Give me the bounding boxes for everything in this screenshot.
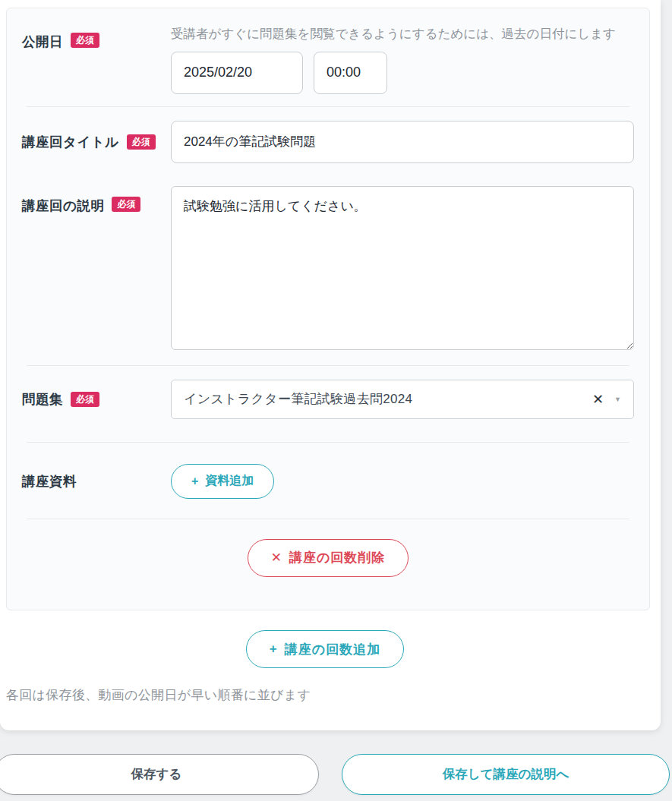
question-set-selected-value: インストラクター筆記試験過去問2024 <box>184 390 588 408</box>
required-badge: 必須 <box>112 197 140 212</box>
required-badge: 必須 <box>127 134 156 150</box>
required-badge: 必須 <box>71 33 99 48</box>
sort-order-footnote: 各回は保存後、動画の公開日が早い順番に並びます <box>6 686 661 704</box>
course-materials-row: 講座資料 + 資料追加 <box>22 464 634 499</box>
session-description-textarea[interactable]: 試験勉強に活用してください。 <box>171 186 634 350</box>
session-description-row: 講座回の説明 必須 試験勉強に活用してください。 <box>22 186 634 353</box>
session-title-row: 講座回タイトル 必須 <box>22 121 634 163</box>
publish-date-helper: 受講者がすぐに問題集を閲覧できるようにするためには、過去の日付にします <box>171 24 634 44</box>
question-set-label: 問題集 <box>22 390 63 408</box>
question-set-label-group: 問題集 必須 <box>22 390 171 408</box>
clear-icon[interactable]: ✕ <box>588 391 608 408</box>
add-session-row: + 講座の回数追加 <box>0 630 650 668</box>
session-title-control <box>171 121 634 163</box>
delete-session-label: 講座の回数削除 <box>289 549 385 566</box>
add-session-button[interactable]: + 講座の回数追加 <box>246 630 404 668</box>
session-description-label-group: 講座回の説明 必須 <box>22 186 171 353</box>
course-materials-label-group: 講座資料 <box>22 472 171 490</box>
delete-session-button[interactable]: ✕ 講座の回数削除 <box>248 539 409 577</box>
question-set-row: 問題集 必須 インストラクター筆記試験過去問2024 ✕ ▼ <box>22 380 634 419</box>
add-session-label: 講座の回数追加 <box>285 641 380 658</box>
session-title-label-group: 講座回タイトル 必須 <box>22 133 171 151</box>
chevron-down-icon[interactable]: ▼ <box>608 396 623 403</box>
question-set-control: インストラクター筆記試験過去問2024 ✕ ▼ <box>171 380 634 419</box>
divider <box>27 519 629 519</box>
publish-date-controls: 受講者がすぐに問題集を閲覧できるようにするためには、過去の日付にします <box>171 24 634 94</box>
session-title-input[interactable] <box>171 121 634 163</box>
course-materials-label: 講座資料 <box>22 472 77 490</box>
datetime-inputs <box>171 52 634 94</box>
publish-date-row: 公開日 必須 受講者がすぐに問題集を閲覧できるようにするためには、過去の日付にし… <box>22 24 634 94</box>
delete-session-row: ✕ 講座の回数削除 <box>22 539 634 577</box>
publish-date-input[interactable] <box>171 52 303 94</box>
cross-icon: ✕ <box>271 550 282 566</box>
save-and-next-button[interactable]: 保存して講座の説明へ <box>342 754 670 795</box>
session-description-label: 講座回の説明 <box>22 197 104 215</box>
publish-date-label: 公開日 <box>22 33 63 51</box>
form-panel: 公開日 必須 受講者がすぐに問題集を閲覧できるようにするためには、過去の日付にし… <box>0 0 661 730</box>
divider <box>27 442 629 443</box>
course-session-card: 公開日 必須 受講者がすぐに問題集を閲覧できるようにするためには、過去の日付にし… <box>6 8 650 610</box>
divider <box>27 106 629 107</box>
plus-icon: + <box>191 475 198 488</box>
divider <box>27 365 629 366</box>
publish-date-label-group: 公開日 必須 <box>22 24 171 94</box>
publish-time-input[interactable] <box>314 52 387 94</box>
save-button[interactable]: 保存する <box>0 754 319 795</box>
plus-icon: + <box>270 642 278 657</box>
question-set-select[interactable]: インストラクター筆記試験過去問2024 ✕ ▼ <box>171 380 634 419</box>
course-materials-control: + 資料追加 <box>171 464 634 499</box>
session-description-control: 試験勉強に活用してください。 <box>171 186 634 353</box>
required-badge: 必須 <box>71 392 99 407</box>
session-title-label: 講座回タイトル <box>22 133 119 151</box>
add-material-button[interactable]: + 資料追加 <box>171 464 274 499</box>
add-material-label: 資料追加 <box>205 473 254 489</box>
